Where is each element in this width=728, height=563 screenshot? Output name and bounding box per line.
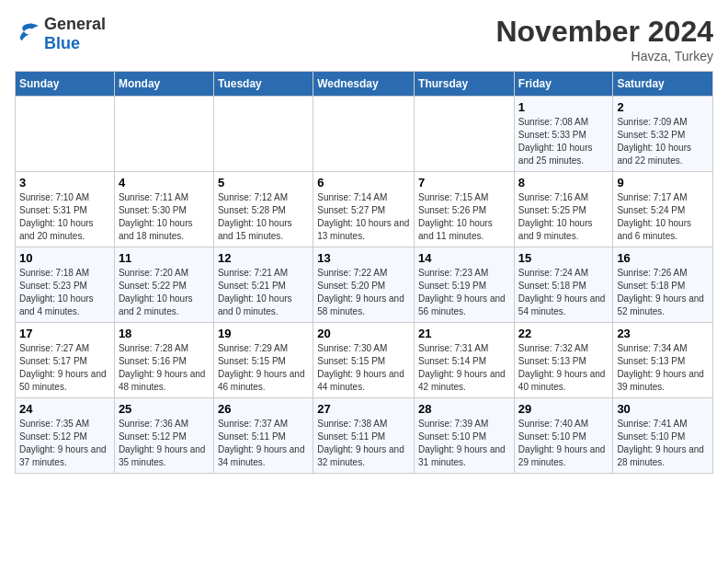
day-number: 26 (218, 402, 309, 416)
day-cell: 24Sunrise: 7:35 AM Sunset: 5:12 PM Dayli… (16, 398, 115, 474)
day-number: 25 (119, 402, 210, 416)
day-number: 23 (617, 327, 709, 340)
day-cell: 19Sunrise: 7:29 AM Sunset: 5:15 PM Dayli… (213, 323, 313, 398)
day-info: Sunrise: 7:39 AM Sunset: 5:10 PM Dayligh… (418, 418, 510, 469)
day-info: Sunrise: 7:26 AM Sunset: 5:18 PM Dayligh… (617, 267, 709, 318)
title-section: November 2024 Havza, Turkey (495, 15, 713, 63)
day-number: 19 (218, 327, 309, 340)
day-cell: 16Sunrise: 7:26 AM Sunset: 5:18 PM Dayli… (613, 247, 713, 323)
day-info: Sunrise: 7:22 AM Sunset: 5:20 PM Dayligh… (317, 267, 410, 318)
logo-text: General Blue (44, 15, 106, 53)
day-cell: 14Sunrise: 7:23 AM Sunset: 5:19 PM Dayli… (415, 247, 515, 323)
calendar-title: November 2024 (495, 15, 713, 49)
day-number: 18 (119, 327, 210, 340)
day-cell: 5Sunrise: 7:12 AM Sunset: 5:28 PM Daylig… (213, 172, 313, 247)
header: General Blue November 2024 Havza, Turkey (15, 15, 713, 63)
header-day-wednesday: Wednesday (313, 72, 415, 97)
day-cell: 18Sunrise: 7:28 AM Sunset: 5:16 PM Dayli… (114, 323, 213, 398)
day-number: 4 (119, 176, 210, 190)
day-number: 17 (19, 327, 110, 340)
header-day-thursday: Thursday (415, 72, 515, 97)
day-number: 6 (317, 176, 410, 190)
day-info: Sunrise: 7:14 AM Sunset: 5:27 PM Dayligh… (317, 191, 410, 243)
logo: General Blue (15, 15, 106, 53)
day-info: Sunrise: 7:15 AM Sunset: 5:26 PM Dayligh… (418, 191, 510, 243)
day-info: Sunrise: 7:37 AM Sunset: 5:11 PM Dayligh… (218, 418, 309, 469)
day-cell (415, 97, 515, 172)
day-info: Sunrise: 7:18 AM Sunset: 5:23 PM Dayligh… (19, 267, 110, 318)
logo-general: General (44, 15, 106, 33)
day-info: Sunrise: 7:17 AM Sunset: 5:24 PM Dayligh… (617, 191, 709, 243)
day-cell: 4Sunrise: 7:11 AM Sunset: 5:30 PM Daylig… (114, 172, 213, 247)
day-info: Sunrise: 7:28 AM Sunset: 5:16 PM Dayligh… (119, 342, 210, 394)
day-info: Sunrise: 7:11 AM Sunset: 5:30 PM Dayligh… (119, 191, 210, 243)
day-cell: 2Sunrise: 7:09 AM Sunset: 5:32 PM Daylig… (613, 97, 713, 172)
day-cell: 7Sunrise: 7:15 AM Sunset: 5:26 PM Daylig… (415, 172, 515, 247)
day-info: Sunrise: 7:09 AM Sunset: 5:32 PM Dayligh… (617, 116, 709, 167)
day-cell: 9Sunrise: 7:17 AM Sunset: 5:24 PM Daylig… (613, 172, 713, 247)
day-info: Sunrise: 7:16 AM Sunset: 5:25 PM Dayligh… (518, 191, 609, 243)
day-number: 14 (418, 251, 510, 265)
day-number: 11 (119, 251, 210, 265)
day-number: 22 (518, 327, 609, 340)
day-number: 12 (218, 251, 309, 265)
day-cell: 28Sunrise: 7:39 AM Sunset: 5:10 PM Dayli… (415, 398, 515, 474)
day-cell: 27Sunrise: 7:38 AM Sunset: 5:11 PM Dayli… (313, 398, 415, 474)
day-cell: 1Sunrise: 7:08 AM Sunset: 5:33 PM Daylig… (514, 97, 613, 172)
logo-icon (15, 22, 40, 46)
calendar-subtitle: Havza, Turkey (495, 49, 713, 63)
day-number: 28 (418, 402, 510, 416)
day-cell: 23Sunrise: 7:34 AM Sunset: 5:13 PM Dayli… (613, 323, 713, 398)
day-number: 9 (617, 176, 709, 190)
day-cell: 12Sunrise: 7:21 AM Sunset: 5:21 PM Dayli… (213, 247, 313, 323)
day-cell: 30Sunrise: 7:41 AM Sunset: 5:10 PM Dayli… (613, 398, 713, 474)
day-number: 20 (317, 327, 410, 340)
day-number: 8 (518, 176, 609, 190)
day-cell (313, 97, 415, 172)
calendar-table: SundayMondayTuesdayWednesdayThursdayFrid… (15, 71, 713, 474)
day-number: 7 (418, 176, 510, 190)
day-number: 5 (218, 176, 309, 190)
day-info: Sunrise: 7:34 AM Sunset: 5:13 PM Dayligh… (617, 342, 709, 394)
day-info: Sunrise: 7:24 AM Sunset: 5:18 PM Dayligh… (518, 267, 609, 318)
day-cell: 3Sunrise: 7:10 AM Sunset: 5:31 PM Daylig… (16, 172, 115, 247)
header-day-friday: Friday (514, 72, 613, 97)
day-cell: 22Sunrise: 7:32 AM Sunset: 5:13 PM Dayli… (514, 323, 613, 398)
day-number: 27 (317, 402, 410, 416)
day-cell (213, 97, 313, 172)
logo-blue: Blue (44, 34, 80, 52)
day-cell: 20Sunrise: 7:30 AM Sunset: 5:15 PM Dayli… (313, 323, 415, 398)
day-info: Sunrise: 7:36 AM Sunset: 5:12 PM Dayligh… (119, 418, 210, 469)
day-info: Sunrise: 7:23 AM Sunset: 5:19 PM Dayligh… (418, 267, 510, 318)
week-row-2: 3Sunrise: 7:10 AM Sunset: 5:31 PM Daylig… (16, 172, 713, 247)
day-cell: 6Sunrise: 7:14 AM Sunset: 5:27 PM Daylig… (313, 172, 415, 247)
header-day-saturday: Saturday (613, 72, 713, 97)
day-cell: 17Sunrise: 7:27 AM Sunset: 5:17 PM Dayli… (16, 323, 115, 398)
day-number: 15 (518, 251, 609, 265)
week-row-5: 24Sunrise: 7:35 AM Sunset: 5:12 PM Dayli… (16, 398, 713, 474)
day-info: Sunrise: 7:21 AM Sunset: 5:21 PM Dayligh… (218, 267, 309, 318)
header-day-sunday: Sunday (16, 72, 115, 97)
day-info: Sunrise: 7:38 AM Sunset: 5:11 PM Dayligh… (317, 418, 410, 469)
day-number: 16 (617, 251, 709, 265)
day-number: 2 (617, 100, 709, 114)
header-day-tuesday: Tuesday (213, 72, 313, 97)
header-day-monday: Monday (114, 72, 213, 97)
day-info: Sunrise: 7:32 AM Sunset: 5:13 PM Dayligh… (518, 342, 609, 394)
week-row-4: 17Sunrise: 7:27 AM Sunset: 5:17 PM Dayli… (16, 323, 713, 398)
day-info: Sunrise: 7:41 AM Sunset: 5:10 PM Dayligh… (617, 418, 709, 469)
day-info: Sunrise: 7:12 AM Sunset: 5:28 PM Dayligh… (218, 191, 309, 243)
day-number: 21 (418, 327, 510, 340)
day-info: Sunrise: 7:31 AM Sunset: 5:14 PM Dayligh… (418, 342, 510, 394)
day-info: Sunrise: 7:08 AM Sunset: 5:33 PM Dayligh… (518, 116, 609, 167)
day-cell: 15Sunrise: 7:24 AM Sunset: 5:18 PM Dayli… (514, 247, 613, 323)
day-cell: 25Sunrise: 7:36 AM Sunset: 5:12 PM Dayli… (114, 398, 213, 474)
day-info: Sunrise: 7:35 AM Sunset: 5:12 PM Dayligh… (19, 418, 110, 469)
day-cell: 10Sunrise: 7:18 AM Sunset: 5:23 PM Dayli… (16, 247, 115, 323)
day-cell: 13Sunrise: 7:22 AM Sunset: 5:20 PM Dayli… (313, 247, 415, 323)
day-info: Sunrise: 7:10 AM Sunset: 5:31 PM Dayligh… (19, 191, 110, 243)
day-number: 1 (518, 100, 609, 114)
week-row-3: 10Sunrise: 7:18 AM Sunset: 5:23 PM Dayli… (16, 247, 713, 323)
calendar-header-row: SundayMondayTuesdayWednesdayThursdayFrid… (16, 72, 713, 97)
day-info: Sunrise: 7:27 AM Sunset: 5:17 PM Dayligh… (19, 342, 110, 394)
